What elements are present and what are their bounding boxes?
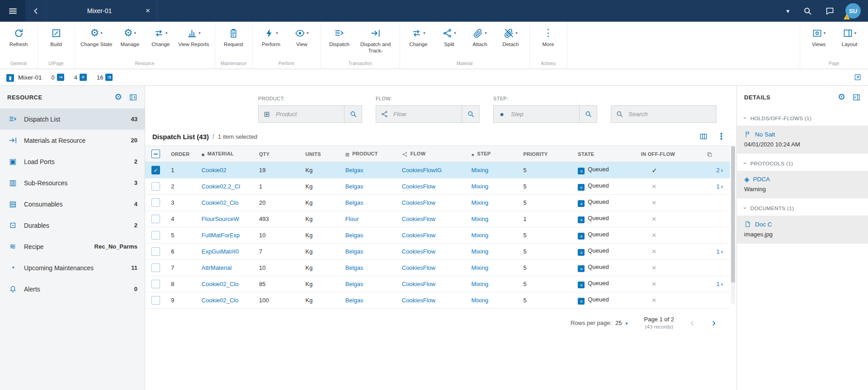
sidebar-item-durables[interactable]: ⊡Durables2 [0, 215, 145, 236]
section-header-documents-1[interactable]: ›DOCUMENTS (1) [737, 198, 868, 216]
column-header-units[interactable]: UNITS [301, 146, 341, 162]
step-link[interactable]: Mixing [472, 232, 489, 239]
column-header-order[interactable]: ORDER [166, 146, 197, 162]
search-filter-input[interactable] [611, 105, 717, 123]
section-header-protocols-1[interactable]: ›PROTOCOLS (1) [737, 154, 868, 171]
table-row-1[interactable]: 1Cookie0219KgBelgasCookiesFlowIGMixing5≡… [145, 162, 730, 179]
flow-link[interactable]: CookiesFlow [402, 183, 435, 190]
pdca-link[interactable]: ◈PDCA [744, 176, 861, 183]
toolbar-button-view[interactable]: ▾View [287, 26, 317, 49]
avatar[interactable]: SU ! [845, 3, 861, 19]
tab-mixer-01[interactable]: Mixer-01 × [46, 0, 157, 22]
table-row-5[interactable]: 5FullMatForExp10KgBelgasCookiesFlowMixin… [145, 227, 730, 244]
step-link[interactable]: Mixing [472, 183, 489, 190]
sidebar-item-alerts[interactable]: Alerts0 [0, 278, 145, 300]
flow-link[interactable]: CookiesFlow [402, 281, 435, 287]
search-input[interactable] [627, 110, 716, 118]
step-link[interactable]: Mixing [472, 281, 489, 287]
material-link[interactable]: ExpGuiMat#I0 [202, 248, 239, 255]
toolbar-button-dispatch-and-track[interactable]: Dispatch and Track- [355, 26, 396, 55]
material-link[interactable]: Cookie02_Clo [202, 281, 239, 287]
row-checkbox[interactable] [151, 182, 160, 191]
next-page-button[interactable]: › [712, 317, 716, 328]
sidebar-item-upcoming-maintenances[interactable]: ◔Upcoming Maintenances11 [0, 257, 145, 278]
step-input[interactable] [510, 110, 579, 118]
toolbar-button-manage[interactable]: ⚙▾Manage [114, 26, 145, 49]
table-row-4[interactable]: 4FlourSourceW493KgFlourCookiesFlowMixing… [145, 211, 730, 227]
row-checkbox[interactable] [151, 280, 160, 288]
table-row-8[interactable]: 8Cookie02_Clo85KgBelgasCookiesFlowMixing… [145, 276, 730, 292]
scrollbar-thumb[interactable] [731, 146, 735, 282]
flow-link[interactable]: CookiesFlowIG [402, 167, 442, 174]
column-settings-icon[interactable] [699, 132, 708, 141]
table-row-3[interactable]: 3Cookie02_Clo20KgBelgasCookiesFlowMixing… [145, 195, 730, 211]
rows-per-page[interactable]: Rows per page: 25 ▾ [571, 320, 628, 326]
flow-search-button[interactable] [462, 106, 479, 122]
table-row-7[interactable]: 7AttrMaterial10KgBelgasCookiesFlowMixing… [145, 260, 730, 276]
product-filter-input[interactable]: ⊞ [258, 105, 362, 123]
links-count-link[interactable]: 1 [716, 248, 719, 255]
step-link[interactable]: Mixing [472, 297, 489, 304]
row-checkbox[interactable] [151, 296, 160, 305]
toolbar-button-change[interactable]: ▾Change [403, 26, 434, 49]
table-scrollbar[interactable] [731, 146, 735, 304]
collapse-panel-icon[interactable] [129, 93, 137, 102]
more-options-icon[interactable]: ⋮ [717, 132, 726, 141]
toolbar-button-layout[interactable]: ▾Layout [834, 26, 865, 49]
flow-link[interactable]: CookiesFlow [402, 264, 435, 271]
material-link[interactable]: Cookie02 [202, 167, 226, 174]
back-button[interactable] [25, 0, 46, 22]
step-link[interactable]: Mixing [472, 167, 489, 174]
details-settings-icon[interactable]: ⚙ [838, 93, 845, 102]
links-count-link[interactable]: 1 [716, 281, 719, 287]
column-header-in-off-flow[interactable]: IN OFF-FLOW [637, 146, 703, 162]
menu-button[interactable] [0, 0, 25, 22]
toolbar-button-attach[interactable]: ▾Attach [465, 26, 495, 49]
links-count-link[interactable]: 2 [716, 167, 719, 174]
toolbar-button-change[interactable]: ▾Change [145, 26, 176, 49]
toolbar-button-build[interactable]: Build [41, 26, 71, 49]
doc-c-link[interactable]: Doc C [744, 221, 861, 228]
chat-icon[interactable] [825, 6, 835, 16]
material-link[interactable]: AttrMaterial [202, 264, 231, 271]
product-link[interactable]: Belgas [345, 199, 363, 206]
step-filter-input[interactable]: ● [493, 105, 597, 123]
flow-link[interactable]: CookiesFlow [402, 232, 435, 239]
toolbar-button-more[interactable]: ⋮More [533, 26, 564, 49]
row-checkbox[interactable] [151, 166, 160, 174]
column-header-state[interactable]: STATE [573, 146, 636, 162]
toolbar-button-perform[interactable]: ▾Perform [256, 26, 287, 49]
select-all-checkbox[interactable] [151, 150, 160, 158]
product-input[interactable] [275, 110, 344, 118]
column-header-priority[interactable]: PRIORITY [519, 146, 573, 162]
step-link[interactable]: Mixing [472, 264, 489, 271]
global-search-icon[interactable] [803, 6, 812, 16]
product-link[interactable]: Flour [345, 216, 359, 222]
row-checkbox[interactable] [151, 231, 160, 240]
toolbar-button-views[interactable]: ▾Views [803, 26, 834, 49]
material-link[interactable]: FullMatForExp [202, 232, 240, 239]
links-count-link[interactable]: 1 [716, 183, 719, 190]
row-checkbox[interactable] [151, 247, 160, 256]
material-link[interactable]: FlourSourceW [202, 216, 239, 222]
column-header-product[interactable]: ⊞PRODUCT [341, 146, 397, 162]
section-header-holds-off-flows-1[interactable]: ›HOLDS/OFF-FLOWS (1) [737, 108, 868, 126]
product-link[interactable]: Belgas [345, 248, 363, 255]
step-search-button[interactable] [579, 106, 597, 122]
product-link[interactable]: Belgas [345, 297, 363, 304]
flow-filter-input[interactable] [376, 105, 480, 123]
expand-panel-icon[interactable] [852, 93, 861, 102]
product-link[interactable]: Belgas [345, 264, 363, 271]
tabs-dropdown-icon[interactable]: ▾ [786, 7, 789, 15]
toolbar-button-request[interactable]: Request [218, 26, 249, 49]
step-link[interactable]: Mixing [472, 216, 489, 222]
column-header-checkbox[interactable] [145, 146, 166, 162]
close-tab-icon[interactable]: × [144, 6, 151, 15]
flow-link[interactable]: CookiesFlow [402, 199, 435, 206]
sidebar-item-recipe[interactable]: ≋RecipeRec_No_Parms [0, 236, 145, 257]
maximize-icon[interactable] [854, 73, 862, 81]
product-link[interactable]: Belgas [345, 232, 363, 239]
column-header-qty[interactable]: QTY [255, 146, 301, 162]
product-link[interactable]: Belgas [345, 167, 363, 174]
material-link[interactable]: Cookie02_Clo [202, 199, 239, 206]
